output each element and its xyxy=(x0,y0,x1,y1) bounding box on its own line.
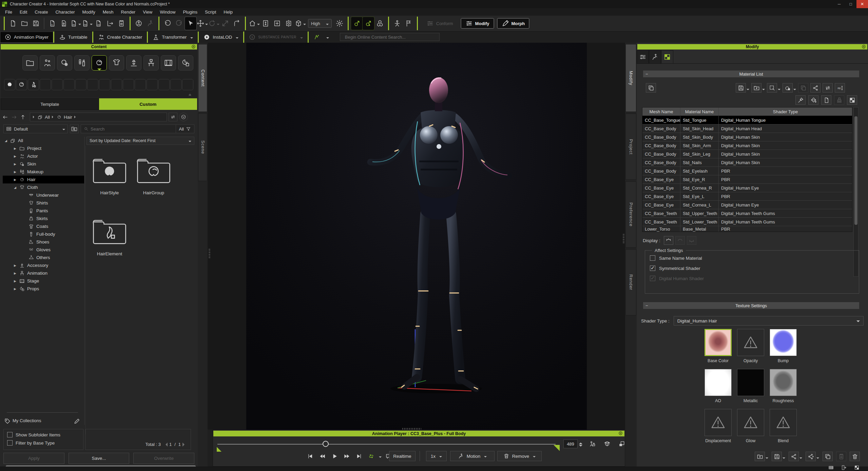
texture-displacement[interactable]: Displacement xyxy=(703,409,733,443)
motion-library-button[interactable] xyxy=(144,17,156,30)
texture-opacity[interactable]: Opacity xyxy=(736,329,765,363)
collapse-icon[interactable]: − xyxy=(645,303,648,308)
texture-ao[interactable]: AO xyxy=(703,369,733,403)
grid-view-button[interactable] xyxy=(827,464,835,471)
modify-tab-attributes[interactable] xyxy=(637,50,649,64)
prop-merge-button[interactable] xyxy=(374,17,386,30)
home-view-button[interactable] xyxy=(248,17,260,30)
category-props[interactable] xyxy=(178,55,193,71)
tree-item-pants[interactable]: Pants xyxy=(3,207,84,215)
menu-help[interactable]: Help xyxy=(220,9,236,15)
tree-item-skirts[interactable]: Skirts xyxy=(3,215,84,222)
save-button[interactable]: Save... xyxy=(69,453,130,464)
next-frame-button[interactable] xyxy=(341,451,352,461)
lock-character-button[interactable] xyxy=(587,439,597,449)
panel-drag-handle[interactable] xyxy=(209,249,210,259)
menu-plugins[interactable]: Plugins xyxy=(179,9,201,15)
show-subfolder-checkbox[interactable]: Show Subfolder Items xyxy=(7,432,83,437)
camera-view-button[interactable] xyxy=(283,17,294,30)
load-preset-button[interactable] xyxy=(755,452,768,461)
substance-painter-button[interactable]: S Substance Painter xyxy=(244,32,308,43)
category-accessory[interactable] xyxy=(126,55,141,71)
tree-item-accessory[interactable]: Accessory xyxy=(3,261,84,269)
next-page-icon[interactable] xyxy=(182,443,187,447)
vtab-render[interactable]: Render xyxy=(625,249,636,315)
minimize-button[interactable]: ─ xyxy=(833,0,845,8)
duplicate-page-button[interactable] xyxy=(823,452,833,461)
category-project[interactable] xyxy=(22,55,38,71)
open-project-button[interactable] xyxy=(19,17,30,30)
folder-hairstyle[interactable]: HairStyle xyxy=(90,156,129,195)
material-row[interactable]: CC_Base_Body Std_Skin_Head Digital_Human… xyxy=(642,124,852,133)
modify-tab-motion[interactable] xyxy=(649,50,661,64)
lod-button[interactable] xyxy=(294,17,306,30)
filter-base-type-checkbox[interactable]: Filter by Base Type xyxy=(7,440,83,446)
character-preset-button[interactable] xyxy=(133,17,144,30)
render-area[interactable] xyxy=(246,43,587,430)
conform-button[interactable]: Conform xyxy=(422,18,458,28)
texture-bump[interactable]: Bump xyxy=(769,329,798,363)
edit-motion-layer-button[interactable] xyxy=(363,17,374,30)
transformer-button[interactable]: Transformer xyxy=(148,32,198,43)
vtab-project[interactable]: Project xyxy=(625,114,636,180)
delete-button[interactable] xyxy=(850,452,860,461)
timeline[interactable] xyxy=(217,440,556,448)
sync-path-button[interactable] xyxy=(169,113,177,121)
view-mode-select[interactable]: Default xyxy=(3,124,68,133)
material-row[interactable]: CC_Base_Body Std_Nails Digital_Human Ski… xyxy=(642,158,852,167)
instalod-button[interactable]: InstaLOD xyxy=(199,32,243,43)
menu-create[interactable]: Create xyxy=(31,9,52,15)
material-list-section[interactable]: − Material List xyxy=(643,71,859,77)
folder-search-button[interactable] xyxy=(70,124,79,133)
timeline-end-marker[interactable] xyxy=(554,445,560,451)
remove-button[interactable]: Remove xyxy=(497,451,542,461)
redo-button[interactable] xyxy=(173,17,185,30)
maximize-button[interactable]: □ xyxy=(845,0,856,8)
modify-button[interactable]: Modify xyxy=(461,18,494,28)
menu-mesh[interactable]: Mesh xyxy=(99,9,117,15)
tab-template[interactable]: Template xyxy=(1,98,99,110)
content-panel-header[interactable]: Content xyxy=(1,44,197,50)
rename-material-button[interactable]: RE xyxy=(835,83,845,93)
timeline-handle[interactable] xyxy=(323,441,329,447)
texture-metallic[interactable]: Metallic xyxy=(736,369,765,403)
frame-stepper[interactable] xyxy=(578,439,583,448)
save-project-button[interactable] xyxy=(30,17,42,30)
tree-item-stage[interactable]: Stage xyxy=(3,277,84,285)
close-button[interactable]: ✕ xyxy=(856,0,868,8)
tree-item-shoes[interactable]: Shoes xyxy=(3,238,84,246)
sort-dropdown[interactable]: Sort by Updated Date: Recent First xyxy=(86,137,194,145)
fit-view-button[interactable] xyxy=(271,17,283,30)
display-option-closed[interactable] xyxy=(687,236,696,245)
close-icon[interactable] xyxy=(618,431,623,435)
scale-tool-button[interactable] xyxy=(219,17,231,30)
import-obj-button[interactable]: OBJ xyxy=(70,17,81,30)
flag-button[interactable] xyxy=(403,17,414,30)
category-actor[interactable] xyxy=(40,55,55,71)
tree-item-full-body[interactable]: Full-body xyxy=(3,230,84,238)
material-sync-button[interactable] xyxy=(646,83,656,93)
undo-button[interactable] xyxy=(162,17,173,30)
link-material-button[interactable] xyxy=(810,83,821,93)
shader-type-select[interactable]: Digital_Human Hair xyxy=(674,316,864,326)
material-row[interactable]: CC_Base_Body Std_Skin_Body Digital_Human… xyxy=(642,133,852,141)
tree-item-cloth[interactable]: Cloth xyxy=(3,183,84,191)
menu-view[interactable]: View xyxy=(139,9,156,15)
slot-hairgroup[interactable] xyxy=(16,79,27,90)
vtab-preference[interactable]: Preference xyxy=(625,181,636,248)
tree-item-others[interactable]: Others xyxy=(3,254,84,261)
tree-item-all[interactable]: All xyxy=(3,137,84,144)
import-fbx-button[interactable]: FBX xyxy=(81,17,93,30)
pivot-tool-button[interactable] xyxy=(231,17,243,30)
material-row[interactable]: CC_Base_Body Std_Skin_Arm Digital_Human … xyxy=(642,141,852,150)
import-avatar-button[interactable] xyxy=(58,17,70,30)
stamp-button[interactable] xyxy=(834,95,844,105)
material-table-header[interactable]: Mesh Name Material Name Shader Type xyxy=(642,107,852,116)
breadcrumb[interactable]: All Hair xyxy=(30,113,167,121)
export-usd-button[interactable]: USD xyxy=(93,17,104,30)
quality-select[interactable]: High xyxy=(308,19,332,28)
tree-item-animation[interactable]: Animation xyxy=(3,269,84,277)
new-project-button[interactable] xyxy=(7,17,19,30)
filter-all-button[interactable]: All xyxy=(176,124,194,133)
panel-drag-handle[interactable] xyxy=(623,234,624,244)
